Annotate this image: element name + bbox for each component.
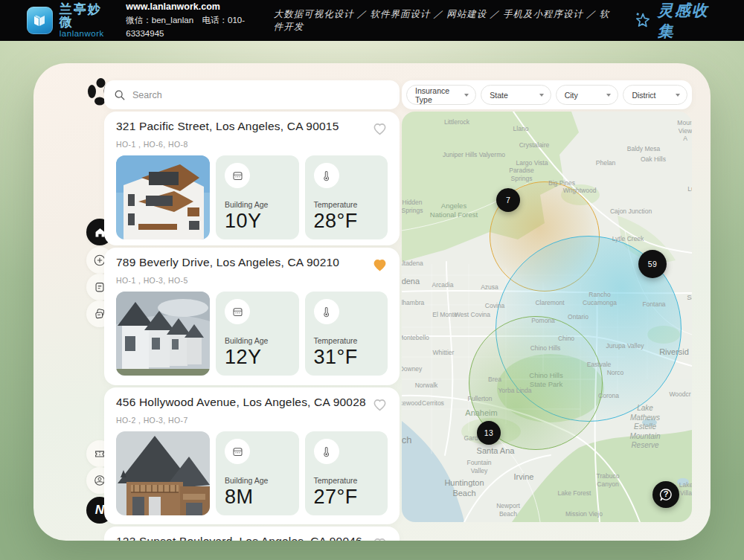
property-card[interactable]: 789 Beverly Drive, Los Angeles, CA 90210… xyxy=(104,248,400,385)
filter-insurance-type[interactable]: Insurance Type xyxy=(406,85,476,105)
n-label: N xyxy=(95,503,104,518)
cluster-badge[interactable]: 7 xyxy=(496,188,520,212)
thermometer-icon xyxy=(314,439,339,464)
temperature-label: Temperature xyxy=(314,476,379,485)
favorite-heart-icon[interactable] xyxy=(372,536,388,541)
policy-codes: HO-1 , HO-6, HO-8 xyxy=(116,140,388,149)
filter-label: District xyxy=(632,91,655,100)
calendar-icon xyxy=(225,299,250,324)
building-age-stat: Building Age 12Y xyxy=(216,292,299,376)
temperature-label: Temperature xyxy=(314,336,379,345)
search-input[interactable] xyxy=(132,90,390,100)
property-title: 789 Beverly Drive, Los Angeles, CA 90210 xyxy=(116,256,372,269)
chevron-down-icon xyxy=(464,94,469,97)
brand-name-cn: 兰亭妙微 xyxy=(60,3,112,30)
temperature-stat: Temperature 31°F xyxy=(305,292,388,376)
help-button[interactable]: ? xyxy=(652,481,679,508)
property-title: 123 Sunset Boulevard, Los Angeles, CA 90… xyxy=(116,535,372,541)
temperature-stat: Temperature 27°F xyxy=(305,431,388,515)
building-age-value: 12Y xyxy=(225,346,290,369)
map-panel[interactable]: ? LittlerockLlanoCrystalaireJuniper Hill… xyxy=(402,112,692,522)
calendar-icon xyxy=(225,163,250,188)
filter-label: City xyxy=(565,91,578,100)
chevron-down-icon xyxy=(539,94,544,97)
brand-name-en: lanlanwork xyxy=(60,29,112,38)
property-card[interactable]: 321 Pacific Street, Los Angeles, CA 9001… xyxy=(104,112,400,245)
temperature-label: Temperature xyxy=(314,200,379,209)
contact-line: 微信：ben_lanlan 电话：010-63334945 xyxy=(126,14,273,41)
brand-text: 兰亭妙微 lanlanwork xyxy=(60,3,112,39)
temperature-stat: Temperature 28°F xyxy=(305,155,388,239)
collect-label: 灵感收集 xyxy=(658,0,722,42)
favorite-heart-icon[interactable] xyxy=(372,397,388,413)
property-title: 321 Pacific Street, Los Angeles, CA 9001… xyxy=(116,120,372,133)
property-photo xyxy=(116,155,210,239)
cluster-badge[interactable]: 59 xyxy=(638,250,667,278)
help-label: ? xyxy=(664,489,669,498)
property-photo xyxy=(116,431,210,515)
topbar: 兰亭妙微 lanlanwork www.lanlanwork.com 微信：be… xyxy=(0,0,744,41)
calendar-icon xyxy=(225,439,250,464)
chevron-down-icon xyxy=(606,94,611,97)
inspiration-collect[interactable]: 灵感收集 xyxy=(634,0,722,42)
favorite-heart-icon[interactable] xyxy=(372,257,388,273)
thermometer-icon xyxy=(314,299,339,324)
building-age-value: 8M xyxy=(225,486,290,509)
book-icon xyxy=(31,13,48,29)
building-age-label: Building Age xyxy=(225,476,290,485)
search-icon xyxy=(114,89,126,101)
brand-logo-icon xyxy=(27,7,53,34)
building-age-stat: Building Age 10Y xyxy=(216,155,299,239)
website-link[interactable]: www.lanlanwork.com xyxy=(126,0,273,14)
building-age-label: Building Age xyxy=(225,200,290,209)
building-age-value: 10Y xyxy=(225,210,290,233)
favorite-heart-icon[interactable] xyxy=(372,121,388,137)
building-age-stat: Building Age 8M xyxy=(216,431,299,515)
building-age-label: Building Age xyxy=(225,336,290,345)
app-window: N 321 Pacific Street, Los Angeles, CA 90… xyxy=(33,63,711,541)
temperature-value: 28°F xyxy=(314,210,379,233)
property-title: 456 Hollywood Avenue, Los Angeles, CA 90… xyxy=(116,396,372,409)
property-card-partial[interactable]: 123 Sunset Boulevard, Los Angeles, CA 90… xyxy=(104,527,400,541)
property-photo xyxy=(116,292,210,376)
filter-bar: Insurance Type State City District xyxy=(402,80,692,109)
contact-block: www.lanlanwork.com 微信：ben_lanlan 电话：010-… xyxy=(126,0,273,41)
filter-label: State xyxy=(490,91,508,100)
temperature-value: 31°F xyxy=(314,346,379,369)
filter-city[interactable]: City xyxy=(556,85,619,105)
filter-district[interactable]: District xyxy=(623,85,687,105)
cluster-badge[interactable]: 13 xyxy=(477,421,501,445)
property-card[interactable]: 456 Hollywood Avenue, Los Angeles, CA 90… xyxy=(104,387,400,524)
services-list: 大数据可视化设计 ／ 软件界面设计 ／ 网站建设 ／ 手机及小程序设计 ／ 软件… xyxy=(274,8,618,33)
temperature-value: 27°F xyxy=(314,486,379,509)
thermometer-icon xyxy=(314,163,339,188)
policy-codes: HO-1 , HO-3, HO-5 xyxy=(116,276,388,285)
filter-label: Insurance Type xyxy=(415,86,460,104)
policy-codes: HO-2 , HO-3, HO-7 xyxy=(116,416,388,425)
search-bar[interactable] xyxy=(104,80,400,109)
filter-state[interactable]: State xyxy=(481,85,551,105)
sparkle-star-icon xyxy=(634,10,652,30)
chevron-down-icon xyxy=(676,94,680,97)
